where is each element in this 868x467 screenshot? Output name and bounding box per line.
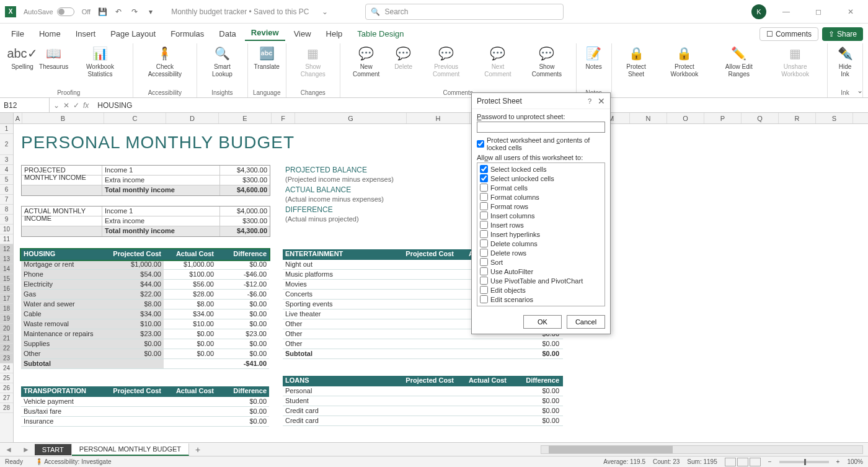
row-header-18[interactable]: 18: [0, 304, 13, 314]
hide-ink-button[interactable]: ✒️Hide Ink: [831, 43, 859, 88]
column-header-H[interactable]: H: [407, 113, 470, 123]
cancel-formula-icon[interactable]: ✕: [63, 101, 69, 110]
smart-lookup-button[interactable]: 🔍Smart Lookup: [201, 43, 243, 88]
accessibility-status[interactable]: 🧍 Accessibility: Investigate: [35, 458, 112, 465]
close-window-button[interactable]: ✕: [838, 2, 863, 21]
row-header-14[interactable]: 14: [0, 264, 13, 274]
row-header-8[interactable]: 8: [0, 205, 13, 215]
permission-checkbox-9[interactable]: [480, 249, 488, 257]
permission-11[interactable]: Use AutoFilter: [479, 267, 603, 276]
column-header-C[interactable]: C: [104, 113, 166, 123]
row-header-11[interactable]: 11: [0, 234, 13, 244]
save-icon[interactable]: 💾: [97, 6, 108, 17]
row-header-26[interactable]: 26: [0, 383, 13, 393]
zoom-level[interactable]: 100%: [847, 458, 863, 465]
protect-contents-checkbox[interactable]: [477, 140, 484, 148]
comments-button[interactable]: ☐ Comments: [760, 27, 818, 41]
row-header-4[interactable]: 4: [0, 165, 13, 175]
permission-9[interactable]: Delete rows: [479, 248, 603, 257]
share-button[interactable]: ⇪ Share: [822, 27, 863, 41]
permission-checkbox-14[interactable]: [480, 295, 488, 303]
notes-button[interactable]: 📝Notes: [580, 43, 608, 88]
permission-3[interactable]: Format columns: [479, 192, 603, 202]
row-header-15[interactable]: 15: [0, 274, 13, 284]
select-all-triangle[interactable]: [0, 113, 14, 123]
page-layout-view-icon[interactable]: [737, 458, 748, 466]
permission-12[interactable]: Use PivotTable and PivotChart: [479, 276, 603, 285]
enter-formula-icon[interactable]: ✓: [73, 101, 79, 110]
permission-checkbox-11[interactable]: [480, 267, 488, 275]
zoom-slider[interactable]: [779, 461, 829, 463]
column-header-F[interactable]: F: [272, 113, 295, 123]
next-comment-button[interactable]: 💬Next Comment: [476, 43, 520, 88]
namebox-dropdown-icon[interactable]: ⌄: [53, 101, 60, 110]
tab-view[interactable]: View: [288, 27, 317, 41]
row-header-6[interactable]: 6: [0, 185, 13, 195]
permission-13[interactable]: Edit objects: [479, 285, 603, 295]
row-header-7[interactable]: 7: [0, 195, 13, 205]
collapse-ribbon-icon[interactable]: ⌄: [857, 86, 863, 95]
protect-sheet-button[interactable]: 🔒Protect Sheet: [616, 43, 657, 97]
autosave-toggle[interactable]: [57, 7, 74, 16]
undo-icon[interactable]: ↶: [113, 6, 124, 17]
permission-14[interactable]: Edit scenarios: [479, 295, 603, 304]
row-header-16[interactable]: 16: [0, 284, 13, 294]
row-header-10[interactable]: 10: [0, 225, 13, 234]
permission-checkbox-8[interactable]: [480, 239, 488, 247]
translate-button[interactable]: 🔤Translate: [252, 43, 282, 88]
permission-10[interactable]: Sort: [479, 257, 603, 267]
tab-help[interactable]: Help: [320, 27, 349, 41]
tab-formulas[interactable]: Formulas: [164, 27, 210, 41]
permission-checkbox-4[interactable]: [480, 202, 488, 210]
permission-checkbox-7[interactable]: [480, 230, 488, 238]
dialog-close-icon[interactable]: ✕: [598, 96, 605, 106]
qat-dropdown-icon[interactable]: ▾: [145, 6, 156, 17]
row-header-2[interactable]: 2: [0, 134, 13, 155]
maximize-button[interactable]: ◻: [806, 2, 831, 21]
minimize-button[interactable]: —: [774, 2, 799, 21]
worksheet-grid[interactable]: 1234567891011121314151617181920212223242…: [0, 124, 868, 453]
column-header-P[interactable]: P: [704, 113, 742, 123]
row-header-23[interactable]: 23: [0, 354, 13, 363]
user-avatar[interactable]: K: [751, 4, 766, 19]
permission-5[interactable]: Insert columns: [479, 211, 603, 220]
tab-page-layout[interactable]: Page Layout: [104, 27, 162, 41]
previous-comment-button[interactable]: 💬Previous Comment: [418, 43, 474, 88]
permission-6[interactable]: Insert rows: [479, 220, 603, 229]
permission-checkbox-12[interactable]: [480, 277, 488, 285]
column-header-O[interactable]: O: [667, 113, 704, 123]
permission-checkbox-6[interactable]: [480, 221, 488, 229]
column-header-G[interactable]: G: [295, 113, 407, 123]
permission-2[interactable]: Format cells: [479, 183, 603, 192]
name-box[interactable]: B12: [0, 98, 50, 112]
show-comments-button[interactable]: 💬Show Comments: [521, 43, 572, 88]
column-header-S[interactable]: S: [816, 113, 853, 123]
row-header-5[interactable]: 5: [0, 175, 13, 185]
row-header-24[interactable]: 24: [0, 363, 13, 373]
page-break-view-icon[interactable]: [750, 458, 761, 466]
search-box[interactable]: 🔍 Search: [365, 4, 564, 20]
horizontal-scrollbar[interactable]: [541, 445, 863, 454]
row-header-17[interactable]: 17: [0, 294, 13, 304]
row-header-22[interactable]: 22: [0, 344, 13, 354]
tab-file[interactable]: File: [5, 27, 30, 41]
row-header-28[interactable]: 28: [0, 403, 13, 413]
row-header-13[interactable]: 13: [0, 254, 13, 264]
sheet-nav-next-icon[interactable]: ►: [17, 445, 35, 454]
row-header-1[interactable]: 1: [0, 124, 13, 134]
sheet-nav-prev-icon[interactable]: ◄: [0, 445, 17, 454]
check-accessibility-button[interactable]: 🧍Check Accessibility: [137, 43, 193, 88]
column-header-A[interactable]: A: [14, 113, 22, 123]
tab-insert[interactable]: Insert: [69, 27, 102, 41]
permission-1[interactable]: Select unlocked cells: [479, 174, 603, 183]
tab-data[interactable]: Data: [213, 27, 242, 41]
sheet-tab-start[interactable]: START: [35, 444, 72, 455]
add-sheet-button[interactable]: +: [189, 445, 206, 455]
unshare-workbook-button[interactable]: ▦Unshare Workbook: [767, 43, 823, 97]
spelling-button[interactable]: abc✓Spelling: [9, 43, 36, 88]
cancel-button[interactable]: Cancel: [567, 315, 605, 329]
permissions-list[interactable]: Select locked cellsSelect unlocked cells…: [477, 162, 605, 306]
row-header-9[interactable]: 9: [0, 215, 13, 225]
column-header-R[interactable]: R: [779, 113, 816, 123]
show-changes-button[interactable]: ▦Show Changes: [290, 43, 336, 88]
